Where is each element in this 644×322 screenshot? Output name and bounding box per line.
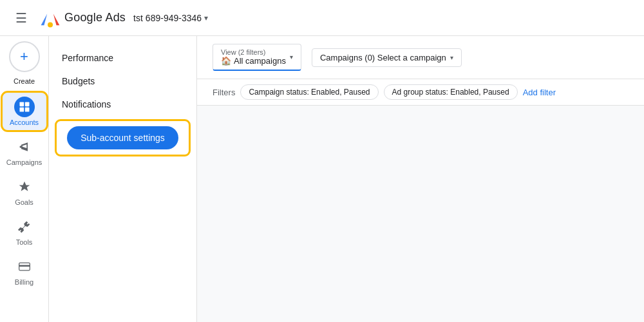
svg-rect-10 <box>19 265 30 267</box>
nav-item-budgets[interactable]: Budgets <box>49 70 196 93</box>
account-name: tst <box>133 13 143 23</box>
goals-icon <box>14 176 35 197</box>
campaigns-icon <box>14 137 35 157</box>
main-content-empty <box>197 106 644 322</box>
nav-performance-label: Performance <box>62 53 113 63</box>
svg-rect-6 <box>19 108 24 112</box>
svg-point-8 <box>19 146 21 147</box>
sidebar-item-campaigns-label: Campaigns <box>6 158 43 166</box>
account-chevron-icon: ▾ <box>204 14 208 23</box>
billing-icon <box>14 256 35 277</box>
nav-item-performance[interactable]: Performance <box>49 46 196 70</box>
view-dropdown[interactable]: View (2 filters) 🏠 All campaigns ▾ <box>213 44 301 71</box>
sidebar-item-billing[interactable]: Billing <box>3 252 46 290</box>
sidebar-item-accounts[interactable]: Accounts <box>3 93 46 130</box>
nav-notifications-label: Notifications <box>62 99 111 109</box>
add-filter-button[interactable]: Add filter <box>523 88 556 97</box>
main-layout: + Create Accounts Campaigns Goals <box>0 36 644 322</box>
sidebar-item-billing-label: Billing <box>15 278 33 286</box>
secondary-sidebar: Performance Budgets Notifications Sub-ac… <box>49 36 197 322</box>
campaign-count: Campaigns (0) <box>320 53 375 62</box>
svg-marker-2 <box>53 14 60 25</box>
content-header: View (2 filters) 🏠 All campaigns ▾ Campa… <box>197 36 644 79</box>
svg-rect-5 <box>24 102 29 107</box>
sub-account-settings-button[interactable]: Sub-account settings <box>67 126 178 149</box>
account-selector[interactable]: tst 689-949-3346 ▾ <box>133 13 208 23</box>
campaign-dropdown[interactable]: Campaigns (0) Select a campaign ▾ <box>312 48 462 67</box>
sidebar-item-campaigns[interactable]: Campaigns <box>3 133 46 170</box>
svg-rect-4 <box>19 102 24 107</box>
google-ads-logo: Google Ads <box>40 8 126 28</box>
topbar: ☰ Google Ads tst 689-949-3346 ▾ <box>0 0 644 36</box>
view-filter-count: View (2 filters) <box>221 48 286 56</box>
sidebar-item-tools[interactable]: Tools <box>3 213 46 250</box>
view-all-campaigns: 🏠 All campaigns <box>221 56 286 66</box>
home-icon: 🏠 <box>221 56 231 66</box>
view-dropdown-inner: View (2 filters) 🏠 All campaigns <box>221 48 286 66</box>
svg-rect-7 <box>24 108 29 112</box>
account-number: 689-949-3346 <box>146 13 202 23</box>
filters-bar: Filters Campaign status: Enabled, Paused… <box>197 79 644 106</box>
sidebar-item-tools-label: Tools <box>16 238 33 246</box>
select-campaign: Select a campaign <box>377 53 446 62</box>
sidebar-item-accounts-label: Accounts <box>10 118 39 126</box>
svg-marker-1 <box>41 14 48 25</box>
filter-chip-adgroup-status[interactable]: Ad group status: Enabled, Paused <box>384 84 518 100</box>
sub-account-settings-highlight: Sub-account settings <box>57 121 189 155</box>
campaign-dropdown-inner: Campaigns (0) Select a campaign <box>320 53 446 62</box>
campaign-dropdown-arrow-icon: ▾ <box>450 54 453 61</box>
create-button[interactable]: + <box>9 41 40 72</box>
sidebar-item-goals[interactable]: Goals <box>3 173 46 210</box>
nav-budgets-label: Budgets <box>62 76 95 86</box>
sidebar-item-goals-label: Goals <box>15 198 33 206</box>
menu-icon[interactable]: ☰ <box>10 5 32 31</box>
create-label: Create <box>14 77 35 85</box>
nav-item-notifications[interactable]: Notifications <box>49 93 196 116</box>
topbar-app-title: Google Ads <box>64 11 126 24</box>
filters-label: Filters <box>213 88 235 97</box>
logo-svg <box>40 8 61 28</box>
svg-point-3 <box>48 22 53 27</box>
tools-icon <box>14 216 35 237</box>
filter-chip-campaign-status[interactable]: Campaign status: Enabled, Paused <box>240 84 378 100</box>
view-dropdown-arrow-icon: ▾ <box>290 53 293 61</box>
content-area: View (2 filters) 🏠 All campaigns ▾ Campa… <box>197 36 644 322</box>
accounts-icon <box>14 97 35 117</box>
sidebar: + Create Accounts Campaigns Goals <box>0 36 49 322</box>
